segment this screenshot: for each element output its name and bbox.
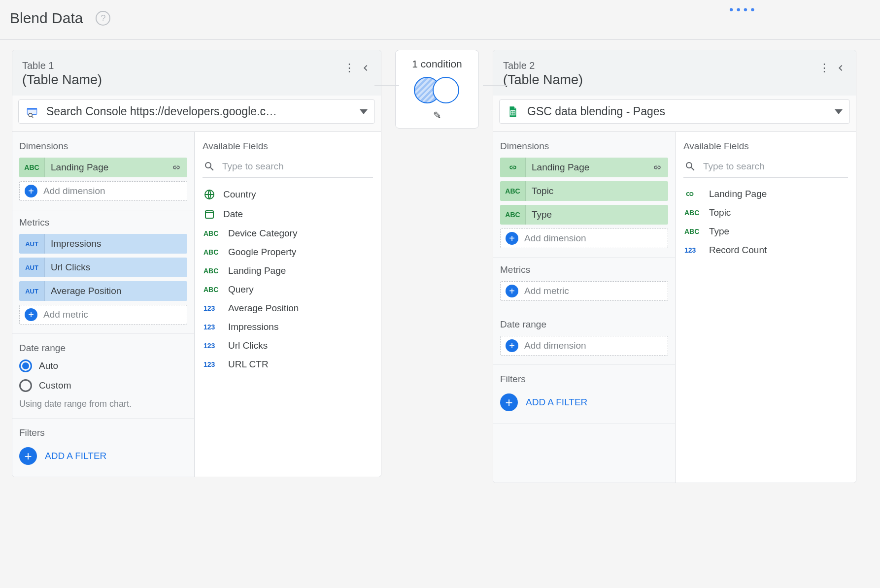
available-field[interactable]: ABCTopic	[683, 203, 848, 222]
available-fields-search[interactable]	[683, 159, 848, 178]
add-filter-label: ADD A FILTER	[45, 451, 106, 461]
type-abc-icon: ABC	[684, 228, 701, 235]
metric-chip[interactable]: AUT Url Clicks	[19, 258, 187, 277]
available-field[interactable]: Date	[203, 204, 373, 224]
add-metric-button[interactable]: + Add metric	[19, 305, 187, 325]
field-label: Impressions	[228, 322, 278, 332]
plus-icon: +	[25, 308, 37, 321]
chevron-left-icon	[359, 62, 371, 74]
available-fields-search[interactable]	[203, 159, 373, 178]
add-daterange-dimension-button[interactable]: + Add dimension	[500, 336, 668, 356]
join-condition-button[interactable]: 1 condition ✎	[395, 50, 479, 129]
metric-chip[interactable]: AUT Impressions	[19, 234, 187, 254]
available-field[interactable]: ABCType	[683, 222, 848, 241]
available-field[interactable]: ABCDevice Category	[203, 224, 373, 243]
table1-source-select[interactable]: Search Console https://developers.google…	[18, 99, 375, 124]
type-badge-abc: ABC	[19, 158, 45, 177]
type-abc-icon: ABC	[203, 267, 220, 275]
field-label: Topic	[709, 207, 731, 218]
field-label: Landing Page	[228, 265, 286, 276]
table2-collapse-button[interactable]	[832, 60, 848, 76]
field-label: Date	[223, 209, 243, 220]
filters-heading: Filters	[500, 374, 668, 385]
radio-selected-icon	[19, 359, 32, 372]
add-filter-label: ADD A FILTER	[526, 397, 587, 408]
available-field[interactable]: Landing Page	[683, 185, 848, 203]
table1-filters-section: Filters + ADD A FILTER	[12, 419, 194, 477]
help-icon[interactable]: ?	[96, 11, 110, 26]
type-num-icon: 123	[203, 304, 220, 312]
add-dimension-button[interactable]: + Add dimension	[19, 181, 187, 201]
available-field[interactable]: Country	[203, 185, 373, 204]
table1-available-fields: Available Fields Country Date ABCDevice …	[195, 132, 381, 477]
available-field[interactable]: ABCLanding Page	[203, 261, 373, 280]
field-label: URL CTR	[228, 359, 269, 370]
table2-daterange-section: Date range + Add dimension	[493, 310, 675, 365]
type-abc-icon: ABC	[684, 209, 701, 217]
plus-icon: +	[25, 185, 37, 197]
daterange-custom-label: Custom	[39, 380, 71, 391]
table1-name[interactable]: (Table Name)	[22, 72, 341, 88]
daterange-auto-radio[interactable]: Auto	[19, 359, 187, 372]
dimension-chip[interactable]: Landing Page	[500, 158, 668, 177]
link-icon	[171, 163, 187, 172]
table2-source-select[interactable]: GSC data blending - Pages	[499, 99, 850, 124]
table2-more-menu[interactable]: ⋮	[816, 60, 832, 76]
dimensions-heading: Dimensions	[500, 141, 668, 152]
add-metric-label: Add metric	[524, 286, 569, 296]
add-dimension-label: Add dimension	[524, 233, 586, 244]
available-fields-heading: Available Fields	[203, 141, 373, 152]
add-filter-button[interactable]: + ADD A FILTER	[19, 444, 187, 468]
daterange-custom-radio[interactable]: Custom	[19, 379, 187, 392]
available-field[interactable]: 123Record Count	[683, 241, 848, 260]
table1-metrics-section: Metrics AUT Impressions AUT Url Clicks A…	[12, 210, 194, 334]
available-field[interactable]: 123Average Position	[203, 299, 373, 318]
table1-collapse-button[interactable]	[357, 60, 373, 76]
available-field[interactable]: ABCQuery	[203, 280, 373, 299]
table1-more-menu[interactable]: ⋮	[341, 60, 357, 76]
daterange-heading: Date range	[500, 319, 668, 330]
add-filter-button[interactable]: + ADD A FILTER	[500, 391, 668, 414]
type-abc-icon: ABC	[203, 286, 220, 294]
plus-icon: +	[19, 447, 37, 465]
available-field[interactable]: 123Impressions	[203, 318, 373, 336]
field-label: Country	[223, 189, 256, 200]
search-input[interactable]	[222, 161, 372, 172]
globe-icon	[203, 189, 215, 200]
type-badge-aut: AUT	[19, 258, 45, 277]
dimension-chip[interactable]: ABC Type	[500, 205, 668, 225]
type-badge-aut: AUT	[19, 281, 45, 301]
dimension-chip[interactable]: ABC Landing Page	[19, 158, 187, 177]
metric-label: Average Position	[45, 286, 187, 296]
link-icon	[500, 158, 526, 177]
link-icon	[652, 163, 668, 172]
dimension-label: Topic	[526, 186, 668, 196]
available-field[interactable]: ABCGoogle Property	[203, 243, 373, 261]
plus-icon: +	[506, 339, 518, 352]
table2-available-fields: Available Fields Landing Page ABCTopic A…	[676, 132, 856, 483]
table-panel-2: Table 2 (Table Name) ⋮ GSC data blending…	[493, 50, 856, 483]
dimensions-heading: Dimensions	[19, 141, 187, 152]
available-field[interactable]: 123URL CTR	[203, 355, 373, 374]
table1-daterange-section: Date range Auto Custom Using date range …	[12, 334, 194, 419]
page-title: Blend Data	[10, 10, 83, 27]
table2-metrics-section: Metrics + Add metric	[493, 258, 675, 310]
available-field[interactable]: 123Url Clicks	[203, 336, 373, 355]
metric-chip[interactable]: AUT Average Position	[19, 281, 187, 301]
dimension-label: Landing Page	[45, 162, 171, 173]
svg-rect-1	[27, 108, 37, 109]
field-label: Url Clicks	[228, 340, 268, 351]
add-dimension-button[interactable]: + Add dimension	[500, 229, 668, 248]
add-metric-button[interactable]: + Add metric	[500, 281, 668, 301]
chevron-down-icon	[360, 109, 368, 114]
table1-dimensions-section: Dimensions ABC Landing Page + Add dimens…	[12, 132, 194, 210]
search-console-icon	[26, 105, 38, 118]
table1-header: Table 1 (Table Name) ⋮	[12, 50, 381, 96]
dimension-chip[interactable]: ABC Topic	[500, 181, 668, 201]
table2-name[interactable]: (Table Name)	[503, 72, 816, 88]
svg-line-3	[32, 116, 33, 117]
search-input[interactable]	[703, 161, 847, 172]
metrics-heading: Metrics	[500, 264, 668, 275]
radio-unselected-icon	[19, 379, 32, 392]
type-num-icon: 123	[684, 246, 701, 254]
